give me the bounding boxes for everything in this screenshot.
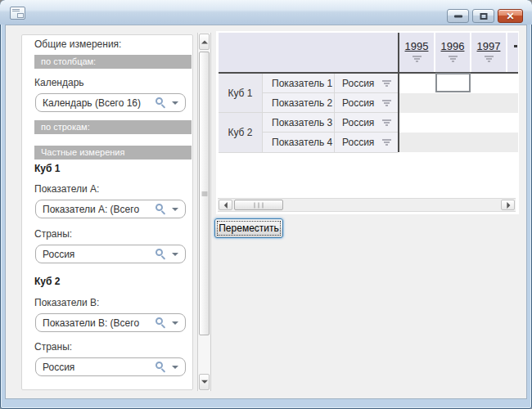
cube2-indicators-combo-value: Показатели B: (Всего [43, 317, 149, 329]
gridline [334, 74, 335, 152]
scroll-right-button[interactable] [501, 200, 515, 210]
search-icon [156, 204, 163, 211]
chevron-down-icon [172, 101, 178, 105]
common-dimensions-label: Общие измерения: [34, 38, 121, 50]
country-label: Россия [342, 137, 374, 148]
country-label: Россия [342, 78, 374, 89]
country-cell[interactable]: Россия [334, 74, 398, 92]
country-cell[interactable]: Россия [334, 113, 398, 132]
cube2-countries-label: Страны: [34, 341, 72, 353]
filter-icon[interactable] [382, 100, 391, 107]
scroll-right-icon [507, 202, 510, 209]
chevron-down-icon [172, 253, 178, 256]
gridline [219, 152, 398, 153]
app-icon-lines [12, 9, 20, 10]
data-row[interactable] [399, 113, 518, 133]
minimize-button[interactable] [447, 9, 469, 23]
by-columns-section-header: по столбцам: [34, 55, 192, 69]
truncated-next-column-mark [514, 45, 517, 47]
indicator-label: Показатель 2 [272, 97, 332, 109]
cube1-title: Куб 1 [34, 163, 60, 174]
column-header-1997[interactable]: 1997 [471, 33, 506, 72]
chevron-down-icon [172, 321, 178, 325]
row-group-cube1[interactable]: Куб 1 [219, 74, 262, 112]
scroll-up-icon [201, 40, 208, 43]
country-label: Россия [342, 117, 374, 128]
grid-horizontal-scrollbar[interactable] [218, 198, 516, 212]
filter-icon[interactable] [382, 139, 391, 146]
cube1-indicators-label: Показатели A: [34, 183, 99, 195]
country-cell[interactable]: Россия [334, 93, 398, 112]
indicator-cell[interactable]: Показатель 1 [262, 74, 334, 92]
calendar-combo[interactable]: Календарь (Всего 16) [35, 93, 186, 112]
scroll-down-icon [201, 380, 208, 384]
search-icon [156, 97, 163, 105]
scroll-down-button[interactable] [199, 374, 210, 390]
filter-icon[interactable] [449, 56, 458, 63]
cube2-countries-combo-value: Россия [43, 362, 149, 373]
chevron-down-icon [172, 208, 178, 211]
by-rows-section-header: по строкам: [34, 120, 192, 134]
scroll-left-button[interactable] [219, 200, 232, 210]
calendar-label: Календарь [34, 77, 84, 88]
calendar-combo-value: Календарь (Всего 16) [43, 97, 149, 109]
cube1-indicators-combo[interactable]: Показатели A: (Всего [35, 200, 186, 218]
chevron-down-icon [172, 366, 178, 369]
indicator-label: Показатель 4 [272, 137, 332, 148]
gridline [262, 92, 398, 93]
gridline [262, 74, 263, 152]
private-dimensions-section-header: Частные измерения [34, 146, 192, 160]
app-icon[interactable] [10, 7, 25, 20]
scroll-thumb-grip [201, 191, 207, 196]
filter-icon[interactable] [413, 56, 422, 63]
maximize-icon [480, 13, 487, 20]
column-header-1995[interactable]: 1995 [399, 33, 434, 72]
column-separator [506, 33, 507, 72]
data-row[interactable] [399, 133, 518, 152]
maximize-button[interactable] [472, 9, 494, 23]
cube2-indicators-label: Показатели B: [34, 297, 99, 308]
minimize-icon [454, 15, 462, 17]
cube2-title: Куб 2 [34, 276, 60, 287]
column-header-label[interactable]: 1995 [399, 40, 434, 52]
country-cell[interactable]: Россия [334, 133, 398, 152]
row-group-label: Куб 1 [228, 88, 252, 99]
indicator-cell[interactable]: Показатель 3 [262, 113, 334, 132]
scroll-up-button[interactable] [199, 34, 210, 50]
search-icon [156, 249, 163, 256]
gridline [219, 112, 398, 113]
data-row[interactable] [399, 93, 518, 113]
cube2-indicators-combo[interactable]: Показатели B: (Всего [35, 313, 186, 332]
row-group-cube2[interactable]: Куб 2 [219, 113, 262, 152]
scroll-thumb-grip [253, 202, 265, 208]
cube1-countries-combo-value: Россия [43, 249, 149, 260]
focused-cell[interactable] [435, 73, 471, 92]
application-window: ✕ Общие измерения: по столбцам: Календар… [0, 0, 532, 409]
filter-icon[interactable] [382, 119, 391, 127]
scroll-left-icon [223, 202, 227, 209]
country-label: Россия [342, 97, 374, 109]
column-header-1996[interactable]: 1996 [435, 33, 470, 72]
cube1-countries-combo[interactable]: Россия [35, 245, 186, 263]
cube1-indicators-combo-value: Показатели A: (Всего [43, 204, 149, 215]
column-header-label[interactable]: 1996 [435, 40, 470, 52]
indicator-cell[interactable]: Показатель 4 [262, 133, 334, 152]
gridline [262, 132, 398, 133]
title-bar[interactable]: ✕ [0, 0, 532, 25]
filter-icon[interactable] [485, 56, 494, 63]
indicator-cell[interactable]: Показатель 2 [262, 93, 334, 112]
column-header-label[interactable]: 1997 [471, 40, 506, 52]
cube2-countries-combo[interactable]: Россия [35, 357, 186, 376]
filter-icon[interactable] [382, 80, 391, 88]
row-group-label: Куб 2 [228, 127, 252, 138]
search-icon [156, 317, 163, 325]
search-icon [156, 362, 163, 369]
close-button[interactable]: ✕ [498, 9, 523, 23]
move-button[interactable]: Переместить [214, 218, 283, 238]
cube1-countries-label: Страны: [34, 228, 72, 240]
horizontal-scroll-thumb[interactable] [234, 200, 283, 210]
sidebar-vertical-scrollbar[interactable] [197, 33, 211, 391]
focus-outline [217, 221, 281, 236]
indicator-label: Показатель 3 [272, 117, 332, 128]
vertical-scroll-thumb[interactable] [199, 52, 210, 335]
